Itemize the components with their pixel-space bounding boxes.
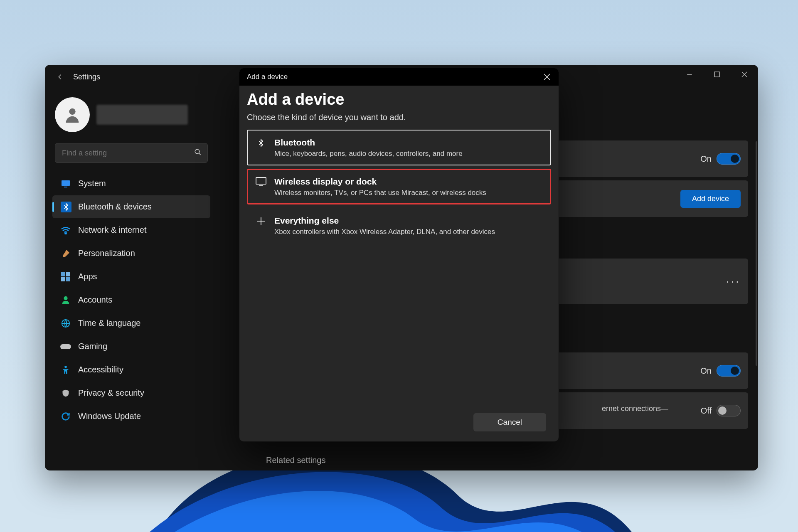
sidebar: SystemBluetooth & devicesNetwork & inter… [45, 95, 218, 470]
device-option-everything-else[interactable]: Everything elseXbox controllers with Xbo… [247, 208, 551, 244]
app-title: Settings [73, 73, 100, 81]
sidebar-item-label: Accessibility [78, 365, 123, 374]
display-icon [252, 177, 270, 186]
toggle-3[interactable] [717, 405, 741, 416]
sidebar-item-label: Network & internet [78, 225, 147, 235]
sidebar-item-label: Gaming [78, 342, 107, 351]
plus-icon [252, 216, 270, 226]
svg-rect-7 [66, 272, 70, 276]
dialog-heading: Add a device [247, 91, 551, 108]
sidebar-item-accounts[interactable]: Accounts [52, 288, 210, 311]
sidebar-item-accessibility[interactable]: Accessibility [52, 358, 210, 381]
bluetooth-icon [61, 202, 71, 212]
monitor-icon [60, 178, 71, 190]
dialog-cancel-button[interactable]: Cancel [473, 413, 546, 431]
toggle2-state-label: On [700, 366, 712, 376]
dialog-subtitle: Choose the kind of device you want to ad… [247, 113, 551, 122]
sidebar-item-gaming[interactable]: Gaming [52, 335, 210, 358]
bluetooth-icon [252, 138, 270, 148]
window-controls: ─ [676, 65, 758, 84]
sidebar-item-label: Bluetooth & devices [78, 202, 152, 212]
user-block[interactable] [55, 97, 218, 132]
option-description: Xbox controllers with Xbox Wireless Adap… [274, 228, 495, 236]
bluetooth-state-label: On [700, 154, 712, 164]
maximize-button[interactable] [703, 65, 731, 84]
dialog-titlebar: Add a device [239, 68, 559, 86]
svg-rect-0 [714, 72, 719, 77]
sidebar-item-label: Privacy & security [78, 388, 144, 398]
sidebar-item-network-internet[interactable]: Network & internet [52, 219, 210, 241]
bluetooth-toggle[interactable] [717, 153, 741, 165]
close-button[interactable] [731, 65, 758, 84]
add-device-dialog: Add a device Add a device Choose the kin… [239, 68, 559, 441]
sidebar-item-system[interactable]: System [52, 172, 210, 195]
svg-rect-12 [60, 344, 71, 349]
option-title: Bluetooth [274, 137, 463, 148]
svg-rect-6 [61, 272, 65, 276]
sidebar-item-label: Windows Update [78, 411, 141, 421]
svg-rect-8 [61, 277, 65, 281]
sidebar-item-privacy-security[interactable]: Privacy & security [52, 382, 210, 404]
settings-window: Settings ─ SystemBluetooth & devicesNetw… [45, 65, 758, 470]
option-title: Wireless display or dock [274, 176, 486, 187]
avatar [55, 97, 90, 132]
device-option-wireless-display-or-dock[interactable]: Wireless display or dockWireless monitor… [247, 169, 551, 204]
person-icon [60, 294, 71, 306]
brush-icon [60, 248, 71, 259]
access-icon [60, 364, 71, 376]
sidebar-item-label: Apps [78, 272, 97, 281]
search-input[interactable] [55, 149, 207, 158]
svg-point-5 [65, 233, 66, 234]
apps-icon [60, 271, 71, 283]
svg-point-13 [64, 365, 67, 368]
update-icon [60, 411, 71, 422]
related-settings-label: Related settings [266, 456, 325, 465]
add-device-button[interactable]: Add device [680, 190, 741, 208]
option-title: Everything else [274, 215, 495, 226]
wifi-icon [60, 224, 71, 236]
sidebar-item-label: Accounts [78, 295, 112, 305]
svg-point-2 [195, 149, 200, 154]
sidebar-item-apps[interactable]: Apps [52, 265, 210, 288]
user-name-redacted [96, 105, 188, 125]
svg-rect-3 [62, 180, 70, 186]
minimize-button[interactable]: ─ [676, 65, 703, 84]
scrollbar[interactable] [756, 141, 757, 366]
sidebar-item-time-language[interactable]: Time & language [52, 312, 210, 335]
toggle3-state-label: Off [701, 406, 712, 416]
option-description: Mice, keyboards, pens, audio devices, co… [274, 150, 463, 158]
sidebar-item-bluetooth-devices[interactable]: Bluetooth & devices [52, 195, 210, 218]
sidebar-item-windows-update[interactable]: Windows Update [52, 405, 210, 428]
more-icon[interactable]: ··· [726, 275, 741, 288]
dialog-close-button[interactable] [540, 70, 554, 84]
device-option-bluetooth[interactable]: BluetoothMice, keyboards, pens, audio de… [247, 130, 551, 165]
search-box[interactable] [55, 143, 208, 163]
svg-point-10 [64, 296, 67, 300]
gamepad-icon [60, 341, 71, 352]
search-icon [194, 148, 202, 158]
svg-rect-4 [64, 187, 67, 187]
option-description: Wireless monitors, TVs, or PCs that use … [274, 189, 486, 197]
sidebar-nav: SystemBluetooth & devicesNetwork & inter… [52, 172, 210, 428]
metered-text-fragment: ernet connections— [602, 404, 668, 413]
toggle-2[interactable] [717, 365, 741, 377]
shield-icon [60, 387, 71, 399]
back-button[interactable] [49, 66, 71, 88]
sidebar-item-label: System [78, 179, 106, 188]
svg-rect-14 [256, 177, 266, 184]
sidebar-item-label: Personalization [78, 249, 135, 258]
globe-icon [60, 318, 71, 329]
sidebar-item-label: Time & language [78, 318, 140, 328]
svg-rect-9 [66, 277, 70, 281]
svg-point-1 [69, 108, 75, 115]
dialog-titlebar-text: Add a device [247, 73, 288, 81]
sidebar-item-personalization[interactable]: Personalization [52, 242, 210, 265]
